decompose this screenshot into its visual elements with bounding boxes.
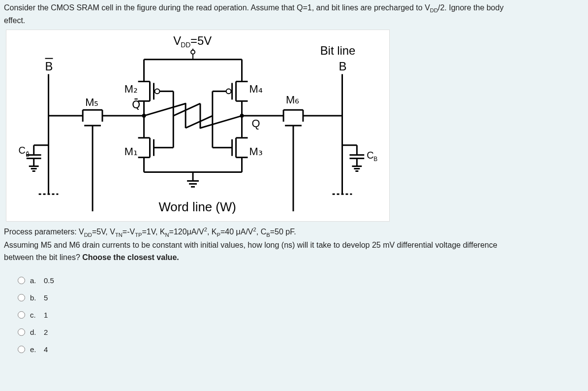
p1i: =50 pF. bbox=[270, 228, 296, 236]
option-b-text: 5 bbox=[44, 293, 48, 302]
svg-line-45 bbox=[144, 103, 186, 116]
wordline-label: Word line (W) bbox=[158, 200, 236, 214]
m6-label: M₆ bbox=[286, 94, 299, 106]
p3a: between the bit lines? bbox=[4, 253, 82, 261]
radio-e[interactable] bbox=[18, 346, 25, 353]
p1e: =120μA/V bbox=[169, 228, 204, 236]
option-c[interactable]: c. 1 bbox=[18, 311, 584, 319]
option-b-letter: b. bbox=[30, 293, 39, 302]
option-d-letter: d. bbox=[30, 328, 39, 336]
svg-point-1 bbox=[191, 50, 195, 54]
p1b: =5V, V bbox=[92, 228, 115, 236]
p2: Assuming M5 and M6 drain currents to be … bbox=[4, 241, 497, 249]
m2-label: M₂ bbox=[124, 83, 138, 95]
radio-a[interactable] bbox=[18, 277, 25, 284]
b-label: B bbox=[339, 60, 347, 73]
radio-b[interactable] bbox=[18, 294, 25, 301]
p1a: Process parameters: V bbox=[4, 228, 84, 236]
p1s2: TN bbox=[115, 232, 123, 238]
radio-d[interactable] bbox=[18, 328, 25, 336]
option-e[interactable]: e. 4 bbox=[18, 345, 584, 354]
q-line1b: /2. Ignore the body bbox=[438, 3, 503, 12]
option-d-text: 2 bbox=[44, 328, 48, 336]
p1f: , K bbox=[207, 228, 217, 236]
cbbar-sub: B̄ bbox=[26, 151, 30, 158]
process-parameters: Process parameters: VDD=5V, VTN=-VTP=1V,… bbox=[4, 226, 584, 263]
p1s5: P bbox=[217, 232, 220, 238]
cbbar-label: C bbox=[18, 145, 25, 156]
svg-point-9 bbox=[155, 89, 159, 94]
question-text: Consider the CMOS SRAM cell in the figur… bbox=[4, 2, 584, 27]
p1d: =1V, K bbox=[142, 228, 165, 236]
q-line1a: Consider the CMOS SRAM cell in the figur… bbox=[4, 3, 430, 12]
option-c-text: 1 bbox=[44, 311, 48, 319]
p1c: =-V bbox=[123, 228, 135, 236]
p1h: , C bbox=[256, 228, 266, 236]
m5-label: M₅ bbox=[85, 96, 98, 108]
option-e-letter: e. bbox=[30, 345, 39, 354]
option-b[interactable]: b. 5 bbox=[18, 293, 584, 302]
q-sub-dd: DD bbox=[430, 7, 438, 13]
circuit-figure: V DD =5V M₂ M₄ M₁ bbox=[6, 30, 390, 222]
m3-label: M₃ bbox=[249, 145, 262, 158]
answer-options: a. 0.5 b. 5 c. 1 d. 2 e. 4 bbox=[18, 276, 584, 354]
svg-line-42 bbox=[200, 116, 242, 128]
circuit-svg: V DD =5V M₂ M₄ M₁ bbox=[6, 30, 389, 221]
vdd-sub: DD bbox=[181, 41, 190, 49]
cb-label: C bbox=[367, 150, 373, 161]
p1s3: TP bbox=[135, 232, 142, 238]
option-e-text: 4 bbox=[44, 345, 48, 354]
m1-label: M₁ bbox=[124, 145, 138, 158]
m4-label: M₄ bbox=[249, 83, 262, 95]
p1s6: B bbox=[266, 232, 270, 238]
p1s4: N bbox=[165, 232, 169, 238]
vdd-label: V bbox=[173, 34, 181, 47]
option-d[interactable]: d. 2 bbox=[18, 328, 584, 336]
radio-c[interactable] bbox=[18, 311, 25, 319]
vdd-eq: =5V bbox=[190, 34, 212, 47]
option-c-letter: c. bbox=[30, 311, 39, 319]
p1s1: DD bbox=[84, 232, 92, 238]
q-label: Q bbox=[251, 117, 260, 130]
p3b: Choose the closest value. bbox=[82, 253, 179, 261]
option-a-letter: a. bbox=[30, 276, 39, 285]
p1g: =40 μA/V bbox=[220, 228, 253, 236]
bitline-label: Bit line bbox=[320, 44, 356, 57]
option-a-text: 0.5 bbox=[44, 276, 54, 285]
cb-sub: B bbox=[373, 156, 377, 163]
option-a[interactable]: a. 0.5 bbox=[18, 276, 584, 285]
q-line2: effect. bbox=[4, 16, 25, 25]
qbar-label: Q̄ bbox=[132, 98, 140, 111]
bbar-label: B bbox=[45, 60, 53, 73]
svg-point-16 bbox=[226, 89, 231, 94]
